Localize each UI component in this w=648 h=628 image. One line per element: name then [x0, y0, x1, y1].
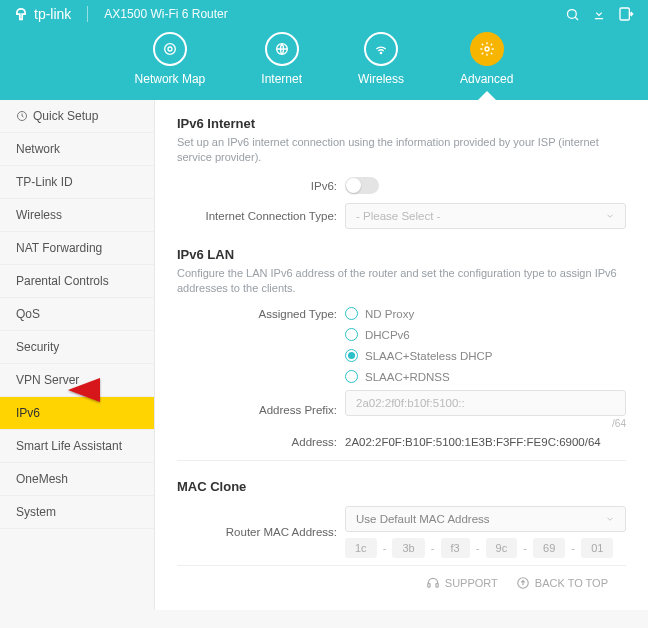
- brand-name: tp-link: [34, 6, 71, 22]
- sidebar-item-qos[interactable]: QoS: [0, 298, 154, 331]
- sidebar-item-smart-life[interactable]: Smart Life Assistant: [0, 430, 154, 463]
- mac-select[interactable]: Use Default MAC Address: [345, 506, 626, 532]
- sidebar-item-vpn[interactable]: VPN Server: [0, 364, 154, 397]
- nav-wireless[interactable]: Wireless: [358, 32, 404, 86]
- address-value: 2A02:2F0F:B10F:5100:1E3B:F3FF:FE9C:6900/…: [345, 436, 626, 448]
- main-nav: Network Map Internet Wireless Advanced: [0, 28, 648, 100]
- nav-advanced[interactable]: Advanced: [460, 32, 513, 86]
- sidebar-item-onemesh[interactable]: OneMesh: [0, 463, 154, 496]
- logout-icon[interactable]: [618, 6, 634, 22]
- brand: tp-link AX1500 Wi-Fi 6 Router: [14, 6, 228, 22]
- map-icon: [162, 41, 178, 57]
- mac-seg: 3b: [392, 538, 424, 558]
- ipv6-toggle-label: IPv6:: [177, 180, 345, 192]
- nav-internet[interactable]: Internet: [261, 32, 302, 86]
- section-title: IPv6 LAN: [177, 247, 626, 262]
- assigned-type-label: Assigned Type:: [177, 307, 345, 320]
- svg-line-1: [575, 17, 578, 20]
- footer: SUPPORT BACK TO TOP: [177, 565, 626, 600]
- section-title: MAC Clone: [177, 479, 626, 494]
- gear-icon: [479, 41, 495, 57]
- conn-type-select[interactable]: - Please Select -: [345, 203, 626, 229]
- download-icon[interactable]: [592, 7, 606, 21]
- section-title: IPv6 Internet: [177, 116, 626, 131]
- section-desc: Configure the LAN IPv6 address of the ro…: [177, 266, 626, 296]
- prefix-input[interactable]: 2a02:2f0f:b10f:5100::: [345, 390, 626, 416]
- mac-seg: 1c: [345, 538, 377, 558]
- sidebar-item-tplink-id[interactable]: TP-Link ID: [0, 166, 154, 199]
- section-ipv6-internet: IPv6 Internet Set up an IPv6 internet co…: [177, 116, 626, 229]
- mac-seg: 01: [581, 538, 613, 558]
- sidebar-item-nat[interactable]: NAT Forwarding: [0, 232, 154, 265]
- radio-slaac-stateless[interactable]: SLAAC+Stateless DHCP: [345, 349, 626, 362]
- ipv6-toggle[interactable]: [345, 177, 379, 194]
- prefix-label: Address Prefix:: [177, 404, 345, 416]
- sidebar-item-network[interactable]: Network: [0, 133, 154, 166]
- section-ipv6-lan: IPv6 LAN Configure the LAN IPv6 address …: [177, 247, 626, 449]
- mac-seg: f3: [441, 538, 470, 558]
- assigned-type-radios: ND Proxy DHCPv6 SLAAC+Stateless DHCP SLA…: [345, 307, 626, 383]
- arrow-up-icon: [516, 576, 530, 590]
- wifi-icon: [373, 41, 389, 57]
- svg-point-4: [165, 44, 176, 55]
- sidebar-item-security[interactable]: Security: [0, 331, 154, 364]
- svg-rect-10: [436, 584, 438, 588]
- clock-icon: [16, 110, 28, 122]
- sidebar: Quick Setup Network TP-Link ID Wireless …: [0, 100, 155, 610]
- sidebar-item-parental[interactable]: Parental Controls: [0, 265, 154, 298]
- svg-point-6: [380, 52, 381, 53]
- back-to-top-button[interactable]: BACK TO TOP: [516, 576, 608, 590]
- mac-segments: 1c- 3b- f3- 9c- 69- 01: [345, 538, 626, 558]
- radio-dhcpv6[interactable]: DHCPv6: [345, 328, 626, 341]
- radio-slaac-rdnss[interactable]: SLAAC+RDNSS: [345, 370, 626, 383]
- svg-point-7: [485, 47, 489, 51]
- sidebar-item-quick-setup[interactable]: Quick Setup: [0, 100, 154, 133]
- svg-point-0: [568, 9, 577, 18]
- svg-point-3: [168, 47, 172, 51]
- product-name: AX1500 Wi-Fi 6 Router: [104, 7, 227, 21]
- mac-label: Router MAC Address:: [177, 526, 345, 538]
- section-mac-clone: MAC Clone Router MAC Address: Use Defaul…: [177, 479, 626, 558]
- mac-seg: 69: [533, 538, 565, 558]
- tplink-logo-icon: [14, 7, 28, 21]
- mac-seg: 9c: [486, 538, 518, 558]
- prefix-suffix: /64: [345, 418, 626, 429]
- conn-type-label: Internet Connection Type:: [177, 210, 345, 222]
- sidebar-item-system[interactable]: System: [0, 496, 154, 529]
- section-desc: Set up an IPv6 internet connection using…: [177, 135, 626, 165]
- sidebar-item-ipv6[interactable]: IPv6: [0, 397, 154, 430]
- topbar: tp-link AX1500 Wi-Fi 6 Router Network Ma…: [0, 0, 648, 100]
- address-label: Address:: [177, 436, 345, 448]
- globe-icon: [274, 41, 290, 57]
- sidebar-item-wireless[interactable]: Wireless: [0, 199, 154, 232]
- chevron-down-icon: [605, 514, 615, 524]
- nav-network-map[interactable]: Network Map: [135, 32, 206, 86]
- radio-nd-proxy[interactable]: ND Proxy: [345, 307, 626, 320]
- support-button[interactable]: SUPPORT: [426, 576, 498, 590]
- svg-rect-9: [428, 584, 430, 588]
- svg-rect-2: [620, 8, 629, 20]
- search-icon[interactable]: [565, 7, 580, 22]
- main-content: IPv6 Internet Set up an IPv6 internet co…: [155, 100, 648, 610]
- chevron-down-icon: [605, 211, 615, 221]
- headset-icon: [426, 576, 440, 590]
